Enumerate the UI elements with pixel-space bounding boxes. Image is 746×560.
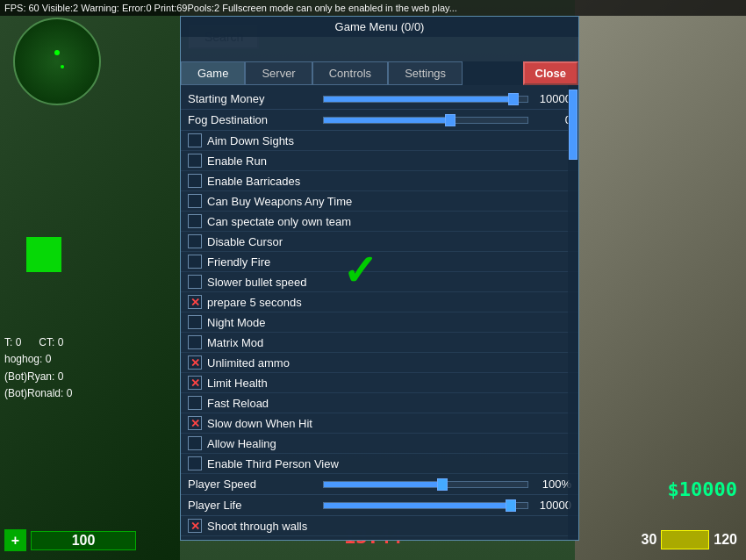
checkbox-shoot-through-box[interactable]: ✕	[188, 519, 202, 533]
starting-money-fill	[324, 97, 513, 102]
checkbox-prepare-check: ✕	[190, 296, 200, 309]
player1: hoghog: 0	[4, 351, 72, 368]
checkbox-friendly-fire: Friendly Fire	[181, 252, 578, 272]
checkbox-aim-down-sights-box[interactable]	[188, 133, 202, 147]
player-life-row: Player Life 10000	[181, 495, 578, 516]
checkbox-prepare-label: prepare 5 seconds	[207, 296, 302, 309]
checkbox-unlimited-ammo-check: ✕	[190, 356, 200, 370]
player-speed-label: Player Speed	[188, 477, 319, 491]
fps-bar: FPS: 60 Visible:2 Warning: Error:0 Print…	[0, 0, 746, 16]
checkbox-friendly-fire-label: Friendly Fire	[207, 255, 270, 269]
player-speed-thumb[interactable]	[437, 478, 448, 491]
checkbox-third-person-box[interactable]	[188, 456, 202, 470]
checkbox-night-mode-box[interactable]	[188, 315, 202, 329]
tab-controls[interactable]: Controls	[312, 61, 388, 85]
radar-dot2	[61, 65, 64, 68]
checkbox-unlimited-ammo-label: Unlimited ammo	[207, 356, 290, 370]
checkbox-third-person-label: Enable Third Person View	[207, 457, 339, 470]
tab-settings[interactable]: Settings	[388, 61, 463, 85]
checkbox-disable-cursor: Disable Cursor	[181, 232, 578, 252]
ammo-current: 30	[642, 532, 657, 548]
checkbox-prepare-box[interactable]: ✕	[188, 295, 202, 309]
player-indicator	[26, 237, 61, 272]
fog-destination-fill	[324, 118, 450, 123]
checkbox-slower-bullet-label: Slower bullet speed	[207, 276, 306, 289]
fog-destination-thumb[interactable]	[445, 114, 455, 126]
status-text: T: 0CT: 0 hoghog: 0 (Bot)Ryan: 0 (Bot)Ro…	[4, 334, 72, 402]
ct-score: CT: 0	[39, 336, 63, 348]
health-icon: +	[4, 529, 26, 551]
player-speed-track[interactable]	[323, 481, 528, 488]
checkbox-fast-reload-box[interactable]	[188, 396, 202, 410]
tabs-bar: Game Server Controls Settings Close	[181, 61, 578, 85]
checkbox-enable-run-label: Enable Run	[207, 154, 267, 168]
checkbox-matrix-mod: Matrix Mod	[181, 333, 578, 353]
checkbox-night-mode: Night Mode	[181, 312, 578, 333]
checkbox-night-mode-label: Night Mode	[207, 316, 265, 329]
checkbox-slow-down: ✕ Slow down When Hit	[181, 413, 578, 434]
checkbox-can-spectate-label: Can spectate only own team	[207, 215, 351, 228]
checkbox-fast-reload: Fast Reload	[181, 393, 578, 413]
checkbox-third-person: Enable Third Person View	[181, 454, 578, 474]
checkbox-allow-healing-box[interactable]	[188, 436, 202, 450]
close-button[interactable]: Close	[523, 61, 578, 85]
checkbox-enable-run: Enable Run	[181, 151, 578, 171]
checkbox-matrix-mod-box[interactable]	[188, 335, 202, 349]
checkbox-disable-cursor-box[interactable]	[188, 234, 202, 248]
checkbox-can-spectate: Can spectate only own team	[181, 212, 578, 232]
fog-destination-row: Fog Destination 0	[181, 110, 578, 131]
checkbox-limit-health-box[interactable]: ✕	[188, 376, 202, 390]
checkbox-limit-health-label: Limit Health	[207, 377, 268, 390]
t-score: T: 0	[4, 336, 21, 348]
radar-dot	[54, 50, 60, 55]
player-speed-row: Player Speed 100%	[181, 474, 578, 495]
tab-game[interactable]: Game	[181, 61, 245, 85]
checkbox-enable-barricades-box[interactable]	[188, 174, 202, 188]
checkbox-disable-cursor-label: Disable Cursor	[207, 235, 283, 248]
right-panel: $10000 30 120	[575, 0, 746, 560]
fog-destination-track[interactable]	[323, 117, 528, 124]
starting-money-track[interactable]	[323, 96, 528, 103]
checkbox-unlimited-ammo-box[interactable]: ✕	[188, 355, 202, 370]
player-life-track[interactable]	[323, 502, 528, 509]
checkbox-slower-bullet-box[interactable]	[188, 275, 202, 289]
menu-title: Game Menu (0/0)	[181, 17, 578, 37]
checkbox-friendly-fire-box[interactable]	[188, 255, 202, 269]
starting-money-value: 10000	[532, 92, 571, 105]
fog-destination-value: 0	[532, 113, 571, 126]
starting-money-thumb[interactable]	[508, 93, 519, 105]
green-checkmark: ✓	[342, 246, 377, 295]
scrollbar[interactable]	[568, 85, 578, 540]
checkbox-prepare: ✕ prepare 5 seconds	[181, 292, 578, 312]
checkbox-slow-down-label: Slow down When Hit	[207, 417, 312, 430]
checkbox-can-buy-weapons-box[interactable]	[188, 194, 202, 208]
tab-server[interactable]: Server	[245, 61, 312, 85]
checkbox-can-spectate-box[interactable]	[188, 214, 202, 228]
money-display: $10000	[668, 478, 737, 500]
player-speed-value: 100%	[532, 477, 571, 491]
health-bar: 100	[31, 531, 136, 550]
starting-money-row: Starting Money 10000	[181, 89, 578, 110]
starting-money-label: Starting Money	[188, 92, 319, 105]
ammo-bar	[661, 530, 709, 549]
health-bar-area: + 100	[4, 529, 136, 551]
checkbox-allow-healing: Allow Healing	[181, 434, 578, 454]
checkbox-fast-reload-label: Fast Reload	[207, 397, 269, 410]
checkbox-enable-run-box[interactable]	[188, 154, 202, 168]
checkbox-can-buy-weapons-label: Can Buy Weapons Any Time	[207, 195, 352, 208]
ammo-total: 120	[714, 532, 737, 548]
checkbox-slower-bullet: Slower bullet speed	[181, 272, 578, 292]
checkbox-slow-down-box[interactable]: ✕	[188, 416, 202, 430]
scroll-thumb[interactable]	[569, 90, 577, 160]
player-life-fill	[324, 503, 511, 508]
fps-text: FPS: 60 Visible:2 Warning: Error:0 Print…	[4, 3, 457, 13]
game-menu: Game Menu (0/0) Game Server Controls Set…	[180, 16, 579, 541]
checkbox-allow-healing-label: Allow Healing	[207, 437, 276, 450]
checkbox-shoot-through-label: Shoot through walls	[207, 520, 307, 533]
checkbox-matrix-mod-label: Matrix Mod	[207, 336, 263, 349]
ammo-display: 30 120	[642, 530, 738, 549]
player-life-thumb[interactable]	[506, 499, 516, 512]
checkbox-shoot-through: ✕ Shoot through walls	[181, 516, 578, 536]
left-panel: T: 0CT: 0 hoghog: 0 (Bot)Ryan: 0 (Bot)Ro…	[0, 0, 180, 560]
checkbox-slow-down-check: ✕	[190, 417, 200, 430]
